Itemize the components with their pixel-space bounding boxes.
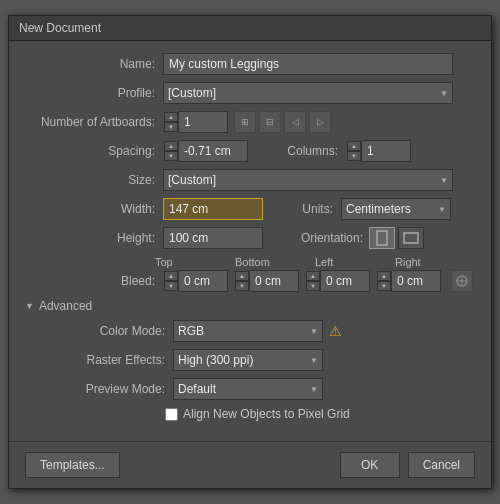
dialog-footer: Templates... OK Cancel [9,441,491,488]
bleed-bottom-input[interactable] [249,270,299,292]
bleed-bottom-field: ▲ ▼ [234,270,299,292]
bleed-section: Top Bottom Left Right Bleed: ▲ ▼ ▲ [25,256,475,292]
size-row: Size: [Custom] [25,169,475,191]
bleed-column-labels: Top Bottom Left Right [155,256,475,268]
raster-effects-select[interactable]: High (300 ppi) [173,349,323,371]
orientation-buttons [369,227,424,249]
cancel-button[interactable]: Cancel [408,452,475,478]
pixel-grid-row: Align New Objects to Pixel Grid [165,407,475,421]
artboard-row-icon[interactable]: ⊟ [259,111,281,133]
width-units-row: Width: Units: Centimeters [25,198,475,220]
bleed-bottom-decrement[interactable]: ▼ [235,281,249,291]
bleed-top-increment[interactable]: ▲ [164,271,178,281]
artboards-decrement[interactable]: ▼ [164,122,178,132]
size-select[interactable]: [Custom] [163,169,453,191]
width-label: Width: [25,202,155,216]
size-label: Size: [25,173,155,187]
bleed-right-input[interactable] [391,270,441,292]
profile-select-wrapper: [Custom] [163,82,453,104]
bleed-left-input[interactable] [320,270,370,292]
spacing-increment[interactable]: ▲ [164,141,178,151]
columns-increment[interactable]: ▲ [347,141,361,151]
units-select[interactable]: Centimeters [341,198,451,220]
orientation-label: Orientation: [293,231,363,245]
warning-icon: ⚠ [329,323,342,339]
bleed-right-decrement[interactable]: ▼ [377,281,391,291]
artboards-spinner: ▲ ▼ [163,111,228,133]
preview-mode-label: Preview Mode: [35,382,165,396]
landscape-icon [403,232,419,244]
bleed-right-increment[interactable]: ▲ [377,271,391,281]
bleed-bottom-spinner-btns: ▲ ▼ [235,271,249,291]
spacing-columns-row: Spacing: ▲ ▼ Columns: ▲ ▼ [25,140,475,162]
ok-button[interactable]: OK [340,452,400,478]
pixel-grid-checkbox[interactable] [165,408,178,421]
spacing-decrement[interactable]: ▼ [164,151,178,161]
dialog-content: Name: Profile: [Custom] Number of Artboa… [9,41,491,441]
profile-row: Profile: [Custom] [25,82,475,104]
color-mode-label: Color Mode: [35,324,165,338]
artboard-next-icon[interactable]: ▷ [309,111,331,133]
name-input[interactable] [163,53,453,75]
new-document-dialog: New Document Name: Profile: [Custom] Num… [8,15,492,489]
columns-spinner-btns: ▲ ▼ [347,141,361,161]
bleed-left-spinner-btns: ▲ ▼ [306,271,320,291]
height-input[interactable] [163,227,263,249]
units-label: Units: [293,202,333,216]
templates-button[interactable]: Templates... [25,452,120,478]
bleed-inputs-row: Bleed: ▲ ▼ ▲ ▼ ▲ [25,270,475,292]
window-title: New Document [19,21,101,35]
bleed-left-increment[interactable]: ▲ [306,271,320,281]
bleed-left-col-label: Left [315,256,395,268]
raster-effects-row: Raster Effects: High (300 ppi) [35,349,475,371]
bleed-left-field: ▲ ▼ [305,270,370,292]
width-input[interactable] [163,198,263,220]
preview-mode-select-wrapper: Default [173,378,323,400]
name-row: Name: [25,53,475,75]
svg-rect-0 [377,231,387,245]
columns-spinner: ▲ ▼ [346,140,411,162]
advanced-section: ▼ Advanced Color Mode: RGB ⚠ Raster Effe… [25,299,475,421]
bleed-left-decrement[interactable]: ▼ [306,281,320,291]
bleed-top-field: ▲ ▼ [163,270,228,292]
columns-input[interactable] [361,140,411,162]
artboards-row: Number of Artboards: ▲ ▼ ⊞ ⊟ ◁ ▷ [25,111,475,133]
landscape-button[interactable] [398,227,424,249]
preview-mode-select[interactable]: Default [173,378,323,400]
bleed-bottom-col-label: Bottom [235,256,315,268]
bleed-top-decrement[interactable]: ▼ [164,281,178,291]
spacing-spinner-btns: ▲ ▼ [164,141,178,161]
columns-decrement[interactable]: ▼ [347,151,361,161]
raster-effects-label: Raster Effects: [35,353,165,367]
advanced-header[interactable]: ▼ Advanced [25,299,475,313]
name-label: Name: [25,57,155,71]
spacing-input[interactable] [178,140,248,162]
columns-label: Columns: [278,144,338,158]
bleed-top-spinner-btns: ▲ ▼ [164,271,178,291]
size-select-wrapper: [Custom] [163,169,453,191]
artboards-increment[interactable]: ▲ [164,112,178,122]
bleed-right-col-label: Right [395,256,475,268]
color-mode-select[interactable]: RGB [173,320,323,342]
bleed-right-spinner-btns: ▲ ▼ [377,271,391,291]
artboards-input[interactable] [178,111,228,133]
portrait-icon [376,230,388,246]
artboards-spinner-btns: ▲ ▼ [164,112,178,132]
bleed-top-col-label: Top [155,256,235,268]
advanced-label: Advanced [39,299,92,313]
bleed-link-button[interactable] [451,270,473,292]
height-orientation-row: Height: Orientation: [25,227,475,249]
artboard-layout-icons: ⊞ ⊟ ◁ ▷ [234,111,331,133]
pixel-grid-label[interactable]: Align New Objects to Pixel Grid [183,407,350,421]
footer-right-buttons: OK Cancel [340,452,475,478]
profile-select[interactable]: [Custom] [163,82,453,104]
artboard-prev-icon[interactable]: ◁ [284,111,306,133]
raster-effects-select-wrapper: High (300 ppi) [173,349,323,371]
units-select-wrapper: Centimeters [341,198,451,220]
title-bar: New Document [9,16,491,41]
bleed-bottom-increment[interactable]: ▲ [235,271,249,281]
preview-mode-row: Preview Mode: Default [35,378,475,400]
portrait-button[interactable] [369,227,395,249]
bleed-top-input[interactable] [178,270,228,292]
artboard-grid-icon[interactable]: ⊞ [234,111,256,133]
